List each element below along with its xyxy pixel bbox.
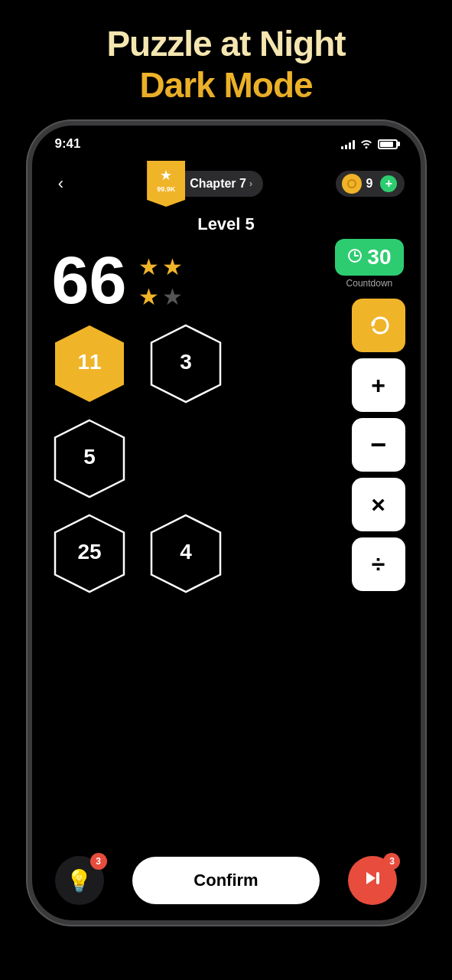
back-button[interactable]: ‹ <box>47 170 75 198</box>
confirm-button[interactable]: Confirm <box>132 857 319 904</box>
svg-text:25: 25 <box>77 540 101 564</box>
svg-text:5: 5 <box>83 445 96 469</box>
bookmark-count: 99.9K <box>157 185 175 193</box>
hex-row-2: 5 <box>47 416 340 501</box>
star-1: ★ <box>138 253 159 280</box>
level-section: Level 5 <box>32 207 421 239</box>
status-bar: 9:41 <box>32 126 421 156</box>
volume-down-button <box>28 290 31 321</box>
status-icons <box>341 138 398 151</box>
wifi-icon <box>359 138 373 151</box>
nav-bar: ‹ ★ 99.9K Chapter 7 › 9 <box>32 156 421 207</box>
chapter-badge: ★ 99.9K Chapter 7 › <box>147 161 263 207</box>
battery-icon <box>378 139 398 149</box>
power-button <box>422 271 425 325</box>
add-coins-button[interactable]: + <box>380 175 397 192</box>
bookmark-icon: ★ 99.9K <box>147 161 185 207</box>
chapter-label[interactable]: Chapter 7 › <box>182 171 263 197</box>
star-4: ★ <box>162 283 183 310</box>
star-3: ★ <box>138 283 159 310</box>
hex-cell-25[interactable]: 25 <box>47 511 132 596</box>
signal-icon <box>341 139 355 149</box>
svg-point-1 <box>349 181 355 187</box>
hint-button[interactable]: 💡 3 <box>55 856 104 905</box>
coin-count: 9 <box>366 177 373 191</box>
level-title: Level 5 <box>32 214 421 234</box>
app-title-line2: Dark Mode <box>106 64 345 106</box>
chapter-text: Chapter 7 <box>190 177 246 191</box>
volume-up-button <box>28 248 31 279</box>
svg-marker-16 <box>366 872 376 884</box>
hex-cell-5[interactable]: 5 <box>47 416 132 501</box>
countdown-label: Countdown <box>346 278 393 289</box>
countdown-area: 30 Countdown <box>335 239 403 289</box>
countdown-number: 30 <box>367 245 391 270</box>
app-title-line1: Puzzle at Night <box>106 23 345 64</box>
app-header: Puzzle at Night Dark Mode <box>106 0 345 121</box>
hex-row-3: 25 4 <box>47 511 340 596</box>
hex-row-1: 11 3 <box>47 322 340 406</box>
svg-text:11: 11 <box>77 350 101 374</box>
status-time: 9:41 <box>55 136 81 152</box>
hex-cell-11[interactable]: 11 <box>47 322 132 406</box>
svg-text:3: 3 <box>180 350 192 374</box>
undo-button[interactable] <box>352 299 405 352</box>
stars-display: ★ ★ ★ ★ <box>138 253 183 310</box>
hint-icon: 💡 <box>66 868 93 893</box>
skip-button[interactable]: 3 <box>348 856 397 905</box>
svg-text:4: 4 <box>180 540 192 564</box>
multiply-operator-button[interactable]: × <box>352 478 405 531</box>
coin-area: 9 + <box>336 171 405 197</box>
add-operator-button[interactable]: + <box>352 358 405 412</box>
svg-rect-17 <box>376 872 379 884</box>
hex-grid: 11 3 <box>47 322 340 596</box>
operators-column: + − × ÷ <box>352 299 405 591</box>
coin-icon <box>342 174 362 194</box>
phone-screen: 9:41 ‹ <box>32 126 421 920</box>
bookmark-star-icon: ★ <box>160 167 172 184</box>
countdown-box: 30 <box>335 239 403 276</box>
skip-badge: 3 <box>383 853 400 870</box>
hex-cell-3[interactable]: 3 <box>144 322 228 406</box>
chapter-arrow-icon: › <box>249 178 252 189</box>
divide-operator-button[interactable]: ÷ <box>352 537 405 591</box>
hex-cell-4[interactable]: 4 <box>144 511 228 596</box>
hint-badge: 3 <box>90 853 107 870</box>
bottom-bar: 💡 3 Confirm 3 <box>32 856 421 905</box>
game-board: 11 3 <box>32 322 421 596</box>
skip-icon <box>362 867 383 894</box>
countdown-clock-icon <box>347 248 363 267</box>
phone-frame: 9:41 ‹ <box>28 121 425 925</box>
star-2: ★ <box>162 253 183 280</box>
score-number: 66 <box>52 247 127 314</box>
subtract-operator-button[interactable]: − <box>352 418 405 472</box>
